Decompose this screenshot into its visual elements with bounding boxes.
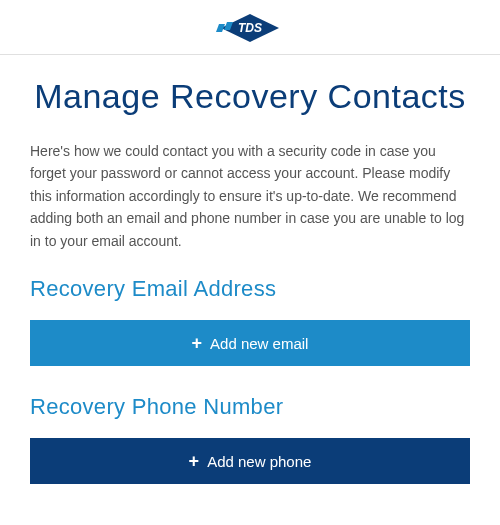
main-content: Manage Recovery Contacts Here's how we c… — [0, 55, 500, 484]
add-phone-button[interactable]: + Add new phone — [30, 438, 470, 484]
page-title: Manage Recovery Contacts — [30, 77, 470, 116]
recovery-phone-heading: Recovery Phone Number — [30, 394, 470, 420]
add-phone-button-label: Add new phone — [207, 453, 311, 470]
plus-icon: + — [192, 334, 203, 352]
add-email-button[interactable]: + Add new email — [30, 320, 470, 366]
svg-text:TDS: TDS — [238, 21, 262, 35]
add-email-button-label: Add new email — [210, 335, 308, 352]
header: TDS — [0, 0, 500, 55]
page-description: Here's how we could contact you with a s… — [30, 140, 470, 252]
recovery-email-heading: Recovery Email Address — [30, 276, 470, 302]
tds-logo: TDS — [211, 12, 289, 44]
plus-icon: + — [189, 452, 200, 470]
